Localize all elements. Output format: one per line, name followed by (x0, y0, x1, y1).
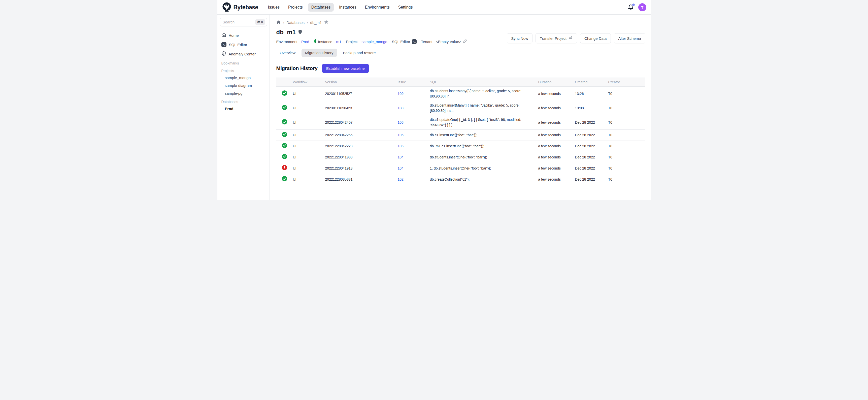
search-input[interactable] (223, 20, 255, 24)
sidebar-item-anomaly-center[interactable]: Anomaly Center (220, 49, 267, 59)
issue-link[interactable]: 104 (398, 166, 404, 170)
sql-cell: db.student.insertMany([ { name: "Jacika"… (428, 101, 536, 115)
creator-cell: T0 (606, 174, 645, 185)
issue-link[interactable]: 104 (398, 155, 404, 159)
issue-link[interactable]: 105 (398, 133, 404, 137)
project-link[interactable]: sample_mongo (362, 39, 388, 44)
duration-cell: a few seconds (536, 130, 573, 141)
status-success-icon (282, 119, 287, 126)
brand-name: Bytebase (234, 4, 258, 11)
issue-link[interactable]: 102 (398, 177, 404, 181)
main-content: › Databases › db_m1 db_m1 (270, 14, 651, 200)
sidebar-item-label: Anomaly Center (229, 52, 256, 56)
topnav-environments[interactable]: Environments (362, 3, 393, 11)
table-row[interactable]: UI 20221228042407 106 db.c1.updateOne( {… (276, 115, 645, 130)
tab-migration-history[interactable]: Migration History (302, 49, 337, 57)
created-cell: Dec 28 2022 (573, 174, 606, 185)
issue-link[interactable]: 109 (398, 92, 404, 96)
sidebar-item-home[interactable]: Home (220, 30, 267, 40)
database-meta-row: Environment - Prod Instance - (276, 39, 467, 44)
status-success-icon (282, 131, 287, 139)
migration-table-body: UI 20230111052527 109 db.students.insert… (276, 87, 645, 185)
sql-cell: db_m1.c1.insertOne({"foo": "bar"}); (428, 141, 536, 152)
created-cell: 13:26 (573, 87, 606, 101)
issue-link[interactable]: 108 (398, 106, 404, 110)
sidebar-project-sample-mongo[interactable]: sample_mongo (220, 74, 267, 82)
bytebase-logo[interactable]: Bytebase (222, 2, 258, 12)
workflow-cell: UI (291, 152, 323, 163)
sync-now-button[interactable]: Sync Now (507, 33, 532, 43)
created-cell: Dec 28 2022 (573, 141, 606, 152)
sidebar: ⌘ K Home >_ SQL Editor (217, 14, 270, 200)
topnav-projects[interactable]: Projects (285, 3, 306, 11)
creator-cell: T0 (606, 152, 645, 163)
page-head-left: db_m1 Environment - Prod (276, 29, 467, 44)
tabs-divider (270, 57, 651, 57)
alter-schema-button[interactable]: Alter Schema (614, 33, 645, 43)
pencil-icon[interactable] (463, 39, 467, 44)
meta-sql-editor[interactable]: SQL Editor >_ (392, 39, 416, 44)
search-box[interactable]: ⌘ K (220, 18, 267, 26)
table-row[interactable]: UI 20221228035331 102 db.createCollectio… (276, 174, 645, 185)
star-icon[interactable] (324, 20, 329, 25)
topnav-issues[interactable]: Issues (265, 3, 283, 11)
sql-cell: db.createCollection("c1"); (428, 174, 536, 185)
sidebar-item-label: Home (229, 33, 239, 37)
establish-baseline-button[interactable]: Establish new baseline (322, 64, 369, 73)
topnav-instances[interactable]: Instances (336, 3, 360, 11)
database-tabs: Overview Migration History Backup and re… (276, 49, 645, 57)
breadcrumb-db-m1[interactable]: db_m1 (310, 21, 322, 25)
notifications-bell-icon[interactable] (628, 4, 634, 10)
column-status (276, 78, 291, 87)
breadcrumb-databases[interactable]: Databases (286, 21, 305, 25)
tab-overview[interactable]: Overview (276, 49, 299, 57)
topbar: Bytebase Issues Projects Databases Insta… (217, 0, 651, 14)
creator-cell: T0 (606, 163, 645, 174)
topnav-databases[interactable]: Databases (308, 3, 334, 11)
table-row[interactable]: UI 20221228042223 105 db_m1.c1.insertOne… (276, 141, 645, 152)
chevron-right-icon: › (283, 21, 284, 25)
sidebar-section-bookmarks: Bookmarks (220, 59, 267, 66)
column-duration: Duration (536, 78, 573, 87)
status-success-icon (282, 176, 287, 183)
sql-cell: db.c1.updateOne( { _id: 3 }, [ { $set: {… (428, 115, 536, 130)
table-row[interactable]: UI 20221228041913 104 1. db.students.ins… (276, 163, 645, 174)
workflow-cell: UI (291, 101, 323, 115)
change-data-button[interactable]: Change Data (580, 33, 611, 43)
home-icon (221, 32, 226, 38)
status-failed-icon (282, 165, 287, 172)
table-row[interactable]: UI 20221228042255 105 db.c1.insertOne({"… (276, 130, 645, 141)
breadcrumb-home-icon[interactable] (276, 20, 281, 25)
created-cell: Dec 28 2022 (573, 163, 606, 174)
topbar-right: T (628, 3, 646, 11)
table-row[interactable]: UI 20230111052527 109 db.students.insert… (276, 87, 645, 101)
sidebar-item-sql-editor[interactable]: >_ SQL Editor (220, 40, 267, 49)
search-shortcut-kbd: ⌘ K (255, 20, 265, 25)
transfer-project-button[interactable]: Transfer Project (535, 33, 577, 43)
status-success-icon (282, 90, 287, 97)
shield-alert-icon[interactable] (298, 29, 303, 35)
status-success-icon (282, 154, 287, 161)
version-cell: 20230111050423 (323, 101, 396, 115)
duration-cell: a few seconds (536, 101, 573, 115)
table-row[interactable]: UI 20230111050423 108 db.student.insertM… (276, 101, 645, 115)
sidebar-project-sample-diagram[interactable]: sample-diagram (220, 82, 267, 89)
environment-link[interactable]: Prod (301, 39, 309, 44)
tab-backup-and-restore[interactable]: Backup and restore (340, 49, 379, 57)
table-row[interactable]: UI 20221228041938 104 db.students.insert… (276, 152, 645, 163)
workflow-cell: UI (291, 87, 323, 101)
column-workflow: Workflow (291, 78, 323, 87)
issue-link[interactable]: 106 (398, 120, 404, 124)
sidebar-section-projects: Projects (220, 66, 267, 74)
version-cell: 20221228042223 (323, 141, 396, 152)
instance-link[interactable]: m1 (336, 39, 341, 44)
sidebar-project-sample-pg[interactable]: sample-pg (220, 89, 267, 97)
sql-cell: db.c1.insertOne({"foo": "bar"}); (428, 130, 536, 141)
sidebar-database-prod[interactable]: Prod (220, 105, 267, 113)
workflow-cell: UI (291, 163, 323, 174)
column-sql: SQL (428, 78, 536, 87)
issue-link[interactable]: 105 (398, 144, 404, 148)
avatar[interactable]: T (638, 3, 646, 11)
sql-editor-icon: >_ (412, 39, 416, 44)
topnav-settings[interactable]: Settings (395, 3, 416, 11)
